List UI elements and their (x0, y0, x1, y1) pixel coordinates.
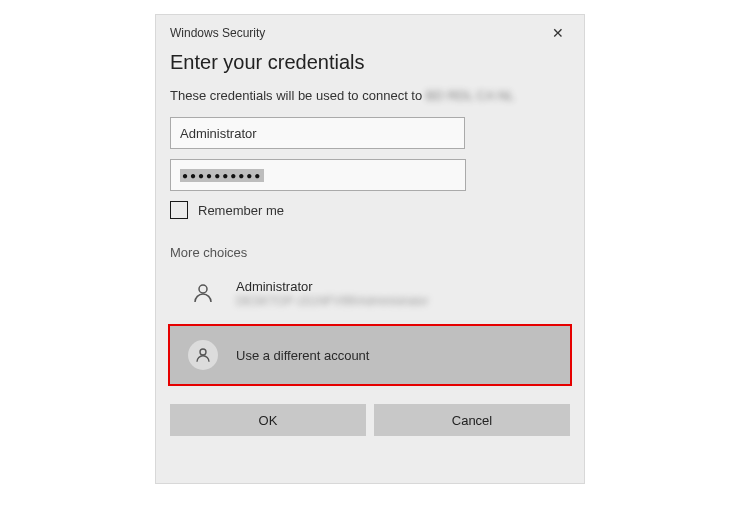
remember-label: Remember me (198, 203, 284, 218)
choice-different-account[interactable]: Use a different account (168, 324, 572, 386)
dialog-heading: Enter your credentials (170, 51, 570, 74)
choice-different-label: Use a different account (236, 348, 369, 363)
remember-row: Remember me (170, 201, 570, 219)
dialog-subtext: These credentials will be used to connec… (170, 88, 570, 103)
person-icon (186, 276, 220, 310)
dialog-content: Enter your credentials These credentials… (156, 47, 584, 448)
username-value: Administrator (180, 126, 257, 141)
person-icon-circle-wrap (186, 338, 220, 372)
window-title: Windows Security (170, 26, 265, 40)
svg-point-0 (199, 285, 207, 293)
password-masked: ●●●●●●●●●● (180, 169, 264, 182)
password-input[interactable]: ●●●●●●●●●● (170, 159, 466, 191)
credentials-dialog: Windows Security ✕ Enter your credential… (155, 14, 585, 484)
choice-admin-text: Administrator DESKTOP-151NFV99\Administr… (236, 279, 429, 308)
ok-button[interactable]: OK (170, 404, 366, 436)
cancel-button[interactable]: Cancel (374, 404, 570, 436)
more-choices-label: More choices (170, 245, 570, 260)
choice-administrator[interactable]: Administrator DESKTOP-151NFV99\Administr… (170, 270, 570, 316)
choice-different-text: Use a different account (236, 348, 369, 363)
subtext-target: BD RDL CA NL (426, 88, 514, 103)
choice-admin-detail: DESKTOP-151NFV99\Administrator (236, 294, 429, 308)
choice-admin-name: Administrator (236, 279, 429, 294)
remember-checkbox[interactable] (170, 201, 188, 219)
titlebar: Windows Security ✕ (156, 15, 584, 47)
subtext-prefix: These credentials will be used to connec… (170, 88, 426, 103)
person-icon-circle (188, 340, 218, 370)
username-input[interactable]: Administrator (170, 117, 465, 149)
svg-point-1 (200, 349, 206, 355)
button-row: OK Cancel (170, 404, 570, 436)
close-icon[interactable]: ✕ (546, 23, 570, 43)
